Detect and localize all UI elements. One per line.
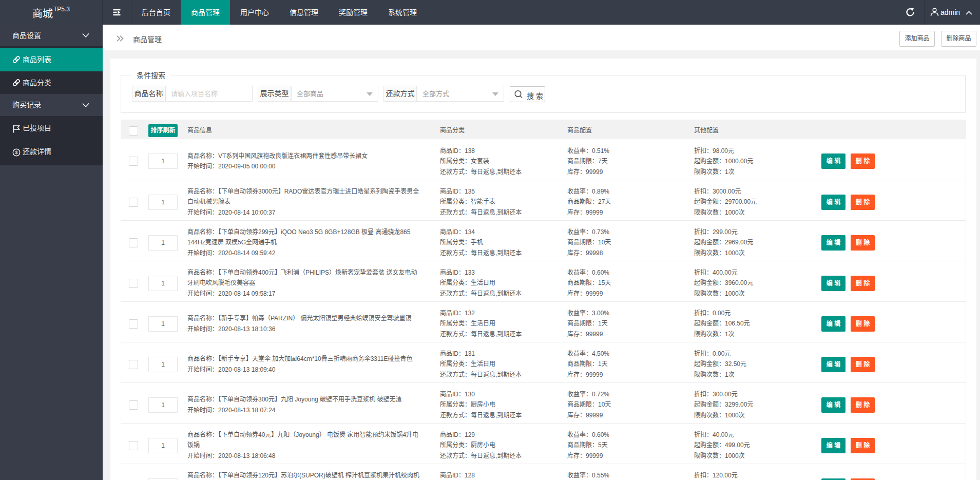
svg-text:$: $ xyxy=(15,149,18,155)
